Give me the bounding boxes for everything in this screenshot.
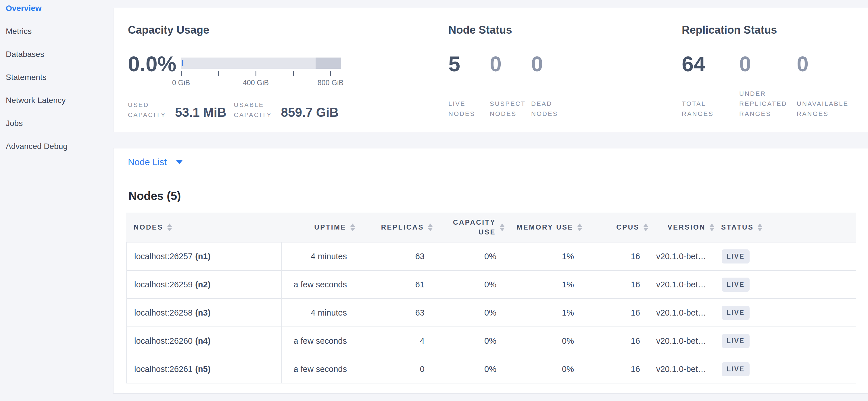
replicas-cell: 0: [360, 355, 438, 383]
tick-mark: [330, 71, 331, 76]
sort-icon: [428, 224, 433, 231]
chevron-down-icon: [176, 160, 183, 164]
sort-down-icon: [710, 228, 714, 231]
node-cell: localhost:26257 (n1): [127, 242, 282, 270]
nodes-table: NODES UPTIME: [126, 212, 856, 383]
table-row[interactable]: localhost:26259 (n2) a few seconds 61 0%…: [127, 271, 856, 299]
cpus-cell: 16: [587, 327, 653, 355]
node-id: (n1): [195, 252, 210, 261]
nodes-table-body: localhost:26257 (n1) 4 minutes 63 0% 1% …: [126, 242, 856, 383]
column-header-label: NODES: [134, 222, 163, 232]
sidebar-item[interactable]: Overview: [0, 0, 113, 17]
cpus-cell: 16: [587, 242, 653, 270]
nodes-heading: Nodes (5): [128, 190, 856, 202]
column-header[interactable]: NODES: [126, 212, 281, 242]
axis-tick: [198, 71, 239, 79]
sort-icon: [757, 224, 762, 231]
column-header[interactable]: CPUS: [587, 212, 653, 242]
replication-stat: 64 TOTAL RANGES: [682, 53, 739, 119]
capacity-use-cell: 0%: [438, 242, 509, 270]
column-header[interactable]: VERSION: [653, 212, 719, 242]
sort-icon: [644, 224, 648, 231]
node-address-link[interactable]: localhost:26259: [134, 280, 192, 289]
capacity-use-cell: 0%: [438, 299, 509, 326]
sort-up-icon: [500, 224, 504, 227]
node-address-link[interactable]: localhost:26260: [134, 336, 192, 346]
replicas-cell: 61: [360, 271, 438, 298]
stat-value: 64: [682, 53, 739, 75]
cpus-cell: 16: [587, 355, 653, 383]
node-address-link[interactable]: localhost:26261: [134, 365, 192, 374]
stat-value: 0: [490, 53, 531, 75]
status-badge: LIVE: [722, 250, 750, 263]
sidebar-item[interactable]: Databases: [0, 46, 113, 63]
stat-label: DEAD NODES: [531, 99, 572, 119]
axis-tick: [273, 71, 313, 79]
column-header[interactable]: UPTIME: [281, 212, 360, 242]
capacity-stat-value: 859.7 GiB: [281, 106, 339, 119]
column-header[interactable]: MEMORY USE: [509, 212, 587, 242]
capacity-bar-used: [182, 60, 183, 66]
node-address-link[interactable]: localhost:26258: [134, 308, 192, 318]
memory-use-cell: 0%: [509, 327, 587, 355]
sort-up-icon: [428, 224, 433, 227]
status-cell: LIVE: [719, 355, 856, 383]
table-row[interactable]: localhost:26257 (n1) 4 minutes 63 0% 1% …: [127, 242, 856, 271]
sort-up-icon: [350, 224, 355, 227]
replication-stat: 0 UNDER-REPLICATED RANGES: [739, 53, 797, 119]
column-header[interactable]: STATUS: [719, 212, 856, 242]
sort-icon: [167, 224, 172, 231]
table-row[interactable]: localhost:26258 (n3) 4 minutes 63 0% 1% …: [127, 299, 856, 327]
capacity-use-cell: 0%: [438, 271, 509, 298]
sort-up-icon: [710, 224, 714, 227]
column-header[interactable]: CAPACITY USE: [437, 212, 509, 242]
status-badge: LIVE: [722, 306, 750, 320]
stat-label: LIVE NODES: [448, 99, 490, 119]
axis-tick: 400 GiB: [236, 71, 276, 87]
uptime-cell: a few seconds: [282, 327, 360, 355]
stat-value: 0: [797, 53, 854, 75]
sort-icon: [578, 224, 582, 231]
tick-label: 800 GiB: [310, 79, 351, 87]
status-cell: LIVE: [719, 327, 856, 355]
column-header-label: UPTIME: [314, 222, 346, 232]
node-id: (n4): [195, 336, 210, 346]
sort-icon: [710, 224, 714, 231]
node-address-link[interactable]: localhost:26257: [134, 252, 192, 261]
sort-down-icon: [578, 228, 582, 231]
sidebar-item[interactable]: Metrics: [0, 23, 113, 40]
sidebar-item[interactable]: Network Latency: [0, 92, 113, 109]
capacity-stat-value: 53.1 MiB: [175, 106, 226, 119]
sort-icon: [350, 224, 355, 231]
node-status-stat: 5 LIVE NODES: [448, 53, 490, 119]
replication-status-section: Replication Status 64 TOTAL RANGES 0 UND…: [682, 23, 854, 132]
tick-mark: [218, 71, 219, 76]
tick-label: 0 GiB: [161, 79, 201, 87]
axis-tick: 0 GiB: [161, 71, 201, 87]
column-header-label: STATUS: [721, 222, 754, 232]
column-header-label: MEMORY USE: [517, 222, 574, 232]
memory-use-cell: 0%: [509, 355, 587, 383]
section-title: Replication Status: [682, 23, 854, 36]
version-cell: v20.1.0-bet…: [653, 327, 719, 355]
stat-label: SUSPECT NODES: [490, 99, 531, 119]
status-cell: LIVE: [719, 242, 856, 270]
table-row[interactable]: localhost:26260 (n4) a few seconds 4 0% …: [127, 327, 856, 355]
sidebar-item[interactable]: Jobs: [0, 115, 113, 132]
version-cell: v20.1.0-bet…: [653, 299, 719, 326]
stat-label: UNAVAILABLE RANGES: [797, 99, 854, 119]
column-header[interactable]: REPLICAS: [360, 212, 437, 242]
version-cell: v20.1.0-bet…: [653, 242, 719, 270]
sort-down-icon: [500, 228, 504, 231]
sidebar-item[interactable]: Statements: [0, 69, 113, 86]
replication-stat: 0 UNAVAILABLE RANGES: [797, 53, 854, 119]
table-row[interactable]: localhost:26261 (n5) a few seconds 0 0% …: [127, 355, 856, 383]
status-badge: LIVE: [722, 362, 750, 376]
sidebar-item[interactable]: Advanced Debug: [0, 138, 113, 155]
replicas-cell: 63: [360, 299, 438, 326]
stat-label: UNDER-REPLICATED RANGES: [739, 89, 797, 119]
node-list-dropdown[interactable]: Node List: [128, 157, 183, 167]
uptime-cell: 4 minutes: [282, 299, 360, 326]
nodes-table-header: NODES UPTIME: [126, 212, 856, 242]
node-cell: localhost:26261 (n5): [127, 355, 282, 383]
